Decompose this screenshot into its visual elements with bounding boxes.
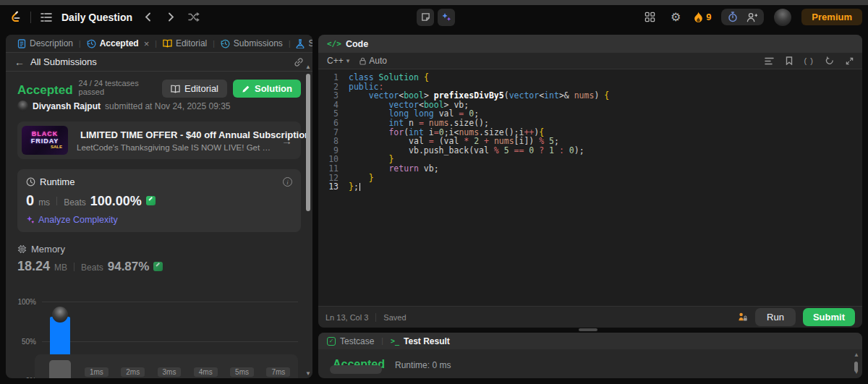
code-line-11[interactable]: 11 return vb; — [318, 164, 862, 174]
stopwatch-icon[interactable] — [728, 12, 738, 22]
divider — [74, 263, 75, 271]
next-question-icon[interactable] — [163, 9, 179, 25]
code-text: return vb; — [349, 164, 439, 174]
overlay-col: 3ms — [151, 357, 187, 378]
tab-editorial[interactable]: Editorial — [157, 35, 213, 52]
avatar[interactable] — [774, 9, 791, 26]
testcase-tab-label: Testcase — [340, 336, 374, 346]
info-icon[interactable]: i — [283, 177, 292, 187]
beats-label: Beats — [64, 197, 86, 208]
code-editor[interactable]: 1class Solution {2public:3 vector<bool> … — [318, 69, 862, 306]
gear-icon[interactable]: ⚙ — [668, 9, 684, 25]
link-icon[interactable] — [294, 57, 304, 67]
art-line: SALE — [51, 145, 62, 149]
back-label[interactable]: All Submissions — [30, 56, 97, 67]
autocomplete-toggle[interactable]: Auto — [359, 56, 387, 66]
nav-title[interactable]: Daily Question — [61, 12, 132, 23]
runtime-card[interactable]: Runtime i 0 ms Beats 100.00% Analyze Com… — [17, 169, 301, 232]
tab-label: Submissions — [234, 38, 283, 48]
tab-solutions[interactable]: Solutions — [290, 35, 312, 52]
promo-title: LIMITED TIME OFFER - $40 off Annual Subs… — [80, 129, 310, 140]
overlay-x-label: 1ms — [85, 367, 109, 377]
code-panel-title: Code — [346, 39, 368, 49]
prev-question-icon[interactable] — [140, 9, 156, 25]
status-accepted: Accepted — [17, 83, 73, 98]
format-lines-icon[interactable] — [765, 57, 774, 65]
code-icon: </> — [327, 39, 341, 48]
runtime-value: 0 — [26, 192, 34, 209]
overlay-col — [42, 357, 78, 378]
overlay-x-label: 7ms — [266, 367, 290, 377]
submit-button[interactable]: Submit — [803, 308, 855, 326]
divider — [30, 12, 31, 23]
memory-unit: MB — [54, 263, 67, 273]
divider — [375, 313, 376, 322]
close-icon[interactable]: × — [144, 38, 150, 49]
overlay-col: 2ms — [115, 357, 151, 378]
case-chip-partial[interactable] — [330, 365, 382, 374]
code-panel-header: </> Code — [318, 35, 862, 53]
leetcode-logo[interactable] — [7, 9, 23, 25]
test-result-tab-label: Test Result — [404, 336, 450, 346]
check-icon: ✓ — [327, 337, 336, 346]
tab-accepted[interactable]: Accepted× — [81, 35, 156, 52]
solution-button[interactable]: Solution — [233, 80, 301, 98]
overlay-x-label: 2ms — [121, 367, 145, 377]
shuffle-icon[interactable] — [186, 9, 202, 25]
reset-icon[interactable] — [825, 56, 834, 65]
overlay-col: 5ms — [224, 357, 260, 378]
submission-detail: Accepted 24 / 24 testcases passed Editor… — [6, 72, 312, 377]
problem-list-icon[interactable] — [38, 9, 54, 25]
autocomplete-label: Auto — [369, 56, 387, 66]
scroll-down-icon[interactable]: ▼ — [305, 370, 311, 377]
editorial-label: Editorial — [184, 83, 218, 94]
tab-testcase[interactable]: ✓ Testcase — [327, 336, 374, 346]
run-button[interactable]: Run — [755, 308, 796, 326]
code-line-13[interactable]: 13}; — [318, 182, 862, 192]
overlay-bar-placeholder — [49, 360, 71, 378]
scroll-down-icon[interactable]: ▼ — [854, 369, 859, 375]
premium-button[interactable]: Premium — [801, 9, 862, 25]
tab-test-result[interactable]: >_ Test Result — [391, 336, 450, 346]
scrollbar-thumb[interactable] — [306, 74, 310, 211]
code-line-8[interactable]: 8 val = (val * 2 + nums[i]) % 5; — [318, 137, 862, 146]
analyze-complexity-button[interactable]: Analyze Complexity — [26, 215, 292, 225]
code-line-1[interactable]: 1class Solution { — [318, 73, 862, 82]
terminal-icon: >_ — [391, 337, 399, 345]
console-scrollbar[interactable]: ▲ ▼ — [853, 351, 860, 375]
code-line-9[interactable]: 9 vb.push_back(val % 5 == 0 ? 1 : 0); — [318, 146, 862, 155]
tab-description[interactable]: Description — [12, 35, 79, 52]
code-line-12[interactable]: 12 } — [318, 174, 862, 183]
test-result-body: Accepted Runtime: 0 ms — [318, 349, 862, 371]
memory-section[interactable]: Memory 18.24 MB Beats 94.87% — [17, 244, 301, 274]
debugger-lock-icon[interactable] — [737, 312, 748, 323]
bookmark-icon[interactable] — [786, 56, 793, 65]
panel-resize-handle[interactable] — [579, 328, 597, 331]
ai-sparkles-icon[interactable] — [438, 9, 455, 26]
editor-statusbar: Ln 13, Col 3 Saved Run Submit — [318, 306, 862, 328]
editorial-button[interactable]: Editorial — [162, 80, 227, 98]
cursor-position: Ln 13, Col 3 — [326, 313, 368, 322]
scroll-up-icon[interactable]: ▲ — [854, 351, 859, 358]
note-icon[interactable] — [417, 9, 434, 26]
scroll-up-icon[interactable]: ▲ — [305, 64, 311, 70]
beats-label: Beats — [81, 263, 103, 273]
line-number: 1 — [318, 73, 339, 82]
left-scrollbar[interactable]: ▲ ▼ — [305, 74, 312, 377]
fullscreen-icon[interactable] — [846, 57, 854, 65]
analyze-label: Analyze Complexity — [38, 215, 118, 225]
author-name[interactable]: Divyansh Rajput — [33, 101, 101, 111]
streak-counter[interactable]: 9 — [694, 12, 711, 23]
memory-label: Memory — [31, 244, 65, 255]
runtime-unit: ms — [38, 197, 50, 208]
person-add-icon[interactable] — [746, 12, 757, 22]
author-avatar[interactable] — [17, 101, 28, 111]
language-selector[interactable]: C++ ▾ — [327, 56, 349, 66]
runtime-label: Runtime — [40, 176, 75, 187]
apps-grid-icon[interactable] — [642, 9, 658, 25]
arrow-right-icon[interactable]: → — [281, 135, 292, 147]
promo-banner[interactable]: BLACK FRIDAY SALE LIMITED TIME OFFER - $… — [17, 121, 301, 159]
brackets-icon[interactable]: ( ) — [804, 56, 814, 65]
back-arrow-icon[interactable]: ← — [14, 56, 25, 68]
tab-submissions[interactable]: Submissions — [215, 35, 289, 52]
